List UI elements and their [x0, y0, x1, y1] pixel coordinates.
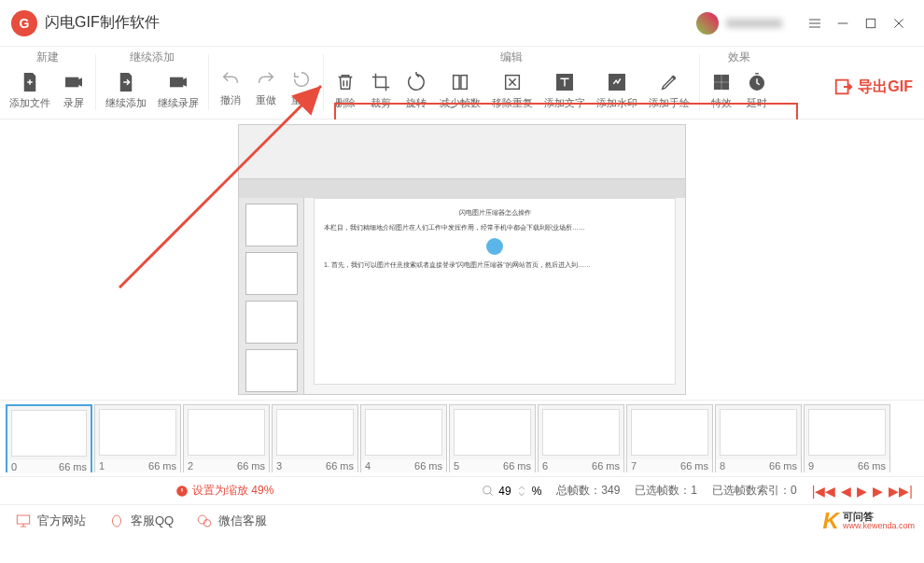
reduce-frames-button[interactable]: 减少帧数 — [434, 68, 486, 112]
playback-controls: |◀◀ ◀ ▶ ▶ ▶▶| — [812, 484, 913, 499]
fx-icon — [709, 70, 734, 94]
search-icon — [482, 485, 495, 498]
delay-button[interactable]: 延时 — [739, 68, 775, 112]
group-effect: 效果 特效 延时 — [700, 47, 778, 112]
undo-icon — [218, 67, 243, 91]
file-arrow-icon — [114, 70, 138, 94]
user-avatar[interactable] — [696, 12, 719, 35]
text-icon — [553, 70, 577, 94]
frame-7[interactable]: 766 ms — [626, 404, 713, 472]
info-icon — [175, 485, 189, 498]
frame-8[interactable]: 866 ms — [715, 404, 802, 472]
reset-button[interactable]: 重置 — [284, 65, 319, 109]
svg-rect-9 — [722, 76, 728, 81]
user-name — [726, 19, 782, 28]
app-title: 闪电GIF制作软件 — [45, 13, 696, 33]
pencil-icon — [657, 70, 681, 94]
document-preview: 闪电图片压缩器怎么操作 本栏目，我们精细地介绍图片在人们工作中发挥作用，经常手机… — [238, 124, 686, 395]
svg-rect-4 — [461, 76, 467, 90]
qq-link[interactable]: 客服QQ — [108, 513, 174, 529]
play-button[interactable]: ▶ — [857, 484, 867, 499]
reduce-icon — [448, 70, 472, 94]
redo-button[interactable]: 重做 — [248, 65, 284, 109]
frame-5[interactable]: 566 ms — [449, 404, 536, 472]
qq-icon — [108, 513, 125, 529]
group-label-edit: 编辑 — [328, 47, 695, 68]
crop-button[interactable]: 裁剪 — [363, 68, 399, 112]
frame-3[interactable]: 366 ms — [272, 404, 358, 472]
group-label-effect: 效果 — [704, 47, 775, 68]
stopwatch-icon — [745, 70, 769, 94]
camera-icon — [62, 70, 86, 94]
add-watermark-button[interactable]: 添加水印 — [591, 68, 643, 112]
canvas-area: 闪电图片压缩器怎么操作 本栏目，我们精细地介绍图片在人们工作中发挥作用，经常手机… — [0, 120, 924, 400]
export-icon — [833, 77, 854, 97]
maximize-button[interactable] — [857, 9, 885, 37]
monitor-icon — [15, 513, 32, 529]
continue-record-button[interactable]: 继续录屏 — [152, 68, 204, 112]
add-file-button[interactable]: 添加文件 — [4, 68, 56, 112]
menu-button[interactable] — [801, 9, 829, 37]
frame-4[interactable]: 466 ms — [360, 404, 447, 472]
next-button[interactable]: ▶ — [873, 484, 883, 499]
export-gif-button[interactable]: 导出GIF — [833, 77, 913, 97]
remove-dup-button[interactable]: 移除重复 — [486, 68, 539, 112]
add-hand-button[interactable]: 添加手绘 — [643, 68, 695, 112]
group-edit: 编辑 删除 裁剪 旋转 减少帧数 移除重复 添加文字 添加水印 添加手绘 — [324, 47, 699, 112]
svg-rect-8 — [715, 76, 721, 81]
chevron-up-down-icon — [515, 485, 528, 498]
svg-rect-11 — [722, 83, 728, 89]
zoom-warning: 设置为缩放 49% — [175, 483, 273, 499]
group-append: 继续添加 继续添加 继续录屏 — [96, 47, 208, 112]
svg-rect-17 — [17, 515, 30, 524]
watermark-icon — [605, 70, 629, 94]
svg-rect-10 — [715, 83, 721, 89]
continue-add-button[interactable]: 继续添加 — [100, 68, 152, 112]
minimize-button[interactable] — [829, 9, 857, 37]
fx-button[interactable]: 特效 — [704, 68, 739, 112]
wechat-link[interactable]: 微信客服 — [196, 513, 267, 529]
undo-button[interactable]: 撤消 — [213, 65, 248, 109]
close-button[interactable] — [885, 9, 913, 37]
frame-0[interactable]: 066 ms — [6, 404, 92, 472]
frame-6[interactable]: 666 ms — [538, 404, 624, 472]
svg-rect-3 — [454, 76, 459, 90]
statusbar: 设置为缩放 49% 49 % 总帧数：349 已选帧数：1 已选帧数索引：0 |… — [0, 476, 924, 504]
footer: 官方网站 客服QQ 微信客服 K 可问答www.kewenda.com — [0, 504, 924, 536]
svg-rect-1 — [66, 77, 78, 86]
reset-icon — [289, 67, 314, 91]
titlebar: G 闪电GIF制作软件 — [0, 0, 924, 47]
svg-rect-0 — [866, 19, 875, 27]
frame-1[interactable]: 166 ms — [94, 404, 181, 472]
redo-icon — [254, 67, 278, 91]
svg-point-16 — [483, 486, 491, 493]
frames-strip: 066 ms166 ms266 ms366 ms466 ms566 ms666 … — [0, 400, 924, 476]
site-watermark: K 可问答www.kewenda.com — [823, 508, 915, 534]
rotate-button[interactable]: 旋转 — [399, 68, 434, 112]
file-plus-icon — [18, 70, 42, 94]
first-button[interactable]: |◀◀ — [812, 484, 836, 499]
app-logo: G — [11, 10, 37, 36]
zoom-control[interactable]: 49 % — [482, 485, 541, 498]
selected-frames: 已选帧数：1 — [635, 483, 697, 499]
crop-icon — [369, 70, 393, 94]
group-label-append: 继续添加 — [100, 47, 204, 68]
frame-2[interactable]: 266 ms — [183, 404, 270, 472]
prev-button[interactable]: ◀ — [841, 484, 851, 499]
group-label-new: 新建 — [4, 47, 91, 68]
camera-arrow-icon — [166, 70, 190, 94]
add-text-button[interactable]: 添加文字 — [539, 68, 591, 112]
wechat-icon — [196, 513, 213, 529]
trash-icon — [333, 70, 357, 94]
delete-button[interactable]: 删除 — [328, 68, 363, 112]
selected-index: 已选帧数索引：0 — [712, 483, 797, 499]
official-site-link[interactable]: 官方网站 — [15, 513, 86, 529]
record-button[interactable]: 录屏 — [56, 68, 91, 112]
dedup-icon — [500, 70, 525, 94]
frame-9[interactable]: 966 ms — [804, 404, 890, 472]
svg-rect-2 — [171, 77, 183, 86]
group-new: 新建 添加文件 录屏 — [0, 47, 95, 112]
last-button[interactable]: ▶▶| — [889, 484, 913, 499]
svg-point-18 — [113, 515, 121, 527]
rotate-icon — [404, 70, 428, 94]
